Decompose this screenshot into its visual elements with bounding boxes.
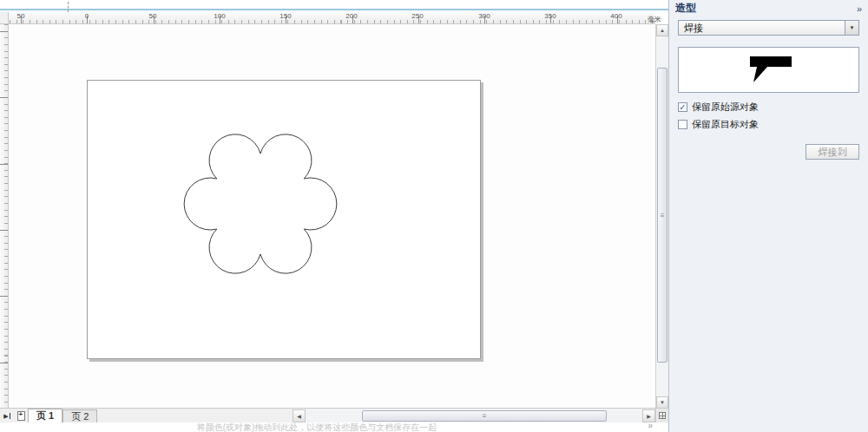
docker-action-row: 焊接到 [678,144,859,160]
grip-icon: ≡ [661,212,665,219]
status-bar: 将颜色(或对象)拖动到此处，以便将这些颜色与文档保存在一起 » [0,422,668,432]
app-window: 50 0 50 100 150 200 250 300 350 400 毫米 ▲… [0,0,868,432]
last-page-icon: ▶ [3,413,10,419]
docker-title: 造型 [675,1,696,16]
ruler-label: 300 [477,12,491,20]
chevron-down-icon: ▼ [850,25,855,30]
ruler-origin-corner[interactable] [0,12,9,24]
ruler-label: 400 [609,12,623,20]
checkbox-unchecked-icon[interactable] [678,120,687,129]
grip-icon: ≡ [483,412,487,420]
add-page-button[interactable]: + [14,409,28,422]
ruler-major-ticks [21,16,655,23]
property-bar-edge [0,0,668,10]
checkbox-checked-icon[interactable]: ✓ [678,102,687,112]
weld-preview-box [678,47,859,93]
horizontal-scrollbar[interactable]: ◀ ≡ ▶ [293,408,655,422]
ruler-label: 150 [279,12,293,20]
ruler-unit-label: 毫米 [648,15,661,24]
keep-source-option[interactable]: ✓ 保留原始源对象 [678,101,859,114]
weld-to-button[interactable]: 焊接到 [806,144,859,160]
vertical-scrollbar[interactable]: ▲ ≡ ▼ [655,24,668,409]
dropdown-button[interactable]: ▼ [845,21,858,35]
ruler-label: 100 [213,12,227,20]
goto-last-page-button[interactable]: ▶ [0,409,14,422]
weld-preview-arrow-icon [741,53,797,88]
status-expand-icon[interactable]: » [648,421,653,430]
palette-hint-text: 将颜色(或对象)拖动到此处，以便将这些颜色与文档保存在一起 [0,422,634,432]
ruler-label: 350 [543,12,557,20]
flower-shape-object[interactable] [182,126,339,282]
docker-collapse-button[interactable]: » [857,3,862,14]
ruler-label: 250 [411,12,424,20]
shaping-mode-value: 焊接 [679,21,845,35]
arrow-down-icon: ▼ [660,400,665,405]
horizontal-scrollbar-thumb[interactable]: ≡ [362,410,607,422]
vertical-scrollbar-thumb[interactable]: ≡ [657,68,667,363]
scroll-down-button[interactable]: ▼ [656,396,668,409]
scroll-left-button[interactable]: ◀ [293,409,306,422]
ruler-label: 0 [80,12,94,20]
keep-source-label: 保留原始源对象 [692,101,759,114]
shaping-docker: 造型 » 焊接 ▼ ✓ 保留原始源对象 保留原目标对象 焊接到 [668,0,868,432]
scroll-up-button[interactable]: ▲ [656,24,668,36]
navigator-icon [659,412,666,419]
arrow-left-icon: ◀ [297,413,301,419]
drawing-canvas[interactable] [9,24,655,408]
page-tab-label: 页 1 [36,409,54,422]
ruler-label: 50 [14,12,28,20]
shaping-mode-dropdown[interactable]: 焊接 ▼ [678,20,859,36]
page-tab-bar: ▶ + 页 1 页 2 [0,408,293,422]
ruler-label: 50 [146,12,160,20]
arrow-up-icon: ▲ [660,28,665,33]
docker-body: 焊接 ▼ ✓ 保留原始源对象 保留原目标对象 焊接到 [669,16,868,160]
page-tab-1[interactable]: 页 1 [28,409,62,422]
keep-target-label: 保留原目标对象 [692,118,759,131]
navigator-button[interactable] [655,408,668,422]
arrow-right-icon: ▶ [647,413,651,419]
horizontal-ruler[interactable]: 50 0 50 100 150 200 250 300 350 400 [9,12,655,24]
add-page-icon: + [17,411,25,421]
ruler-major-ticks [0,31,8,408]
ruler-label: 200 [345,12,358,20]
vertical-ruler[interactable] [0,24,9,408]
page-tab-2[interactable]: 页 2 [62,409,97,422]
keep-target-option[interactable]: 保留原目标对象 [678,118,859,131]
docker-header: 造型 » [669,0,868,16]
